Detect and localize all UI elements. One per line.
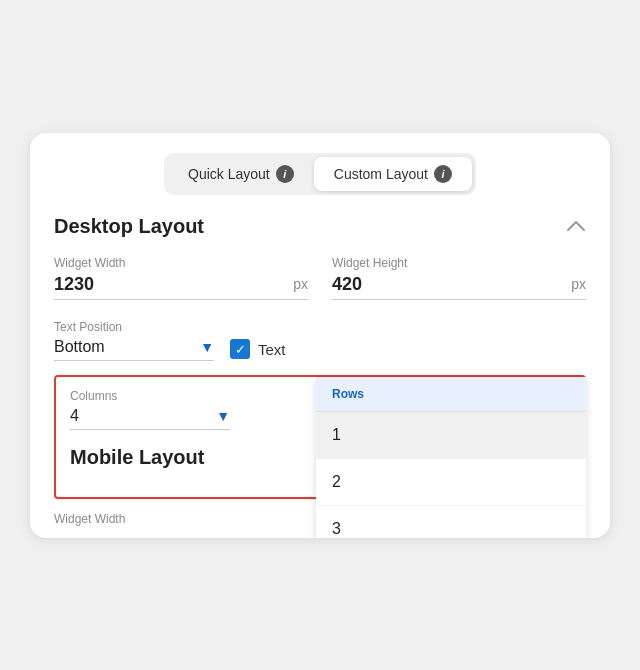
checkmark-icon: ✓	[235, 342, 246, 357]
dimensions-row: Widget Width px Widget Height px	[54, 256, 586, 300]
main-card: Quick Layout i Custom Layout i Desktop L…	[30, 133, 610, 538]
widget-width-group: Widget Width px	[54, 256, 308, 300]
columns-select-row[interactable]: 4 ▼	[70, 407, 230, 430]
columns-dropdown-arrow: ▼	[216, 408, 230, 424]
text-position-label: Text Position	[54, 320, 586, 334]
text-checkbox-label: Text	[258, 341, 286, 358]
widget-width-input-row: px	[54, 274, 308, 300]
rows-dropdown-header: Rows	[316, 377, 586, 412]
text-checkbox[interactable]: ✓	[230, 339, 250, 359]
widget-width-unit: px	[293, 276, 308, 292]
bottom-widget-width-label: Widget Width	[54, 512, 308, 526]
columns-rows-section: Columns 4 ▼ Rows 1 2 3 Mobile Layout	[54, 375, 586, 499]
text-position-value: Bottom	[54, 338, 194, 356]
quick-layout-info-icon[interactable]: i	[276, 165, 294, 183]
mobile-layout-title: Mobile Layout	[70, 446, 204, 468]
columns-field: Columns 4 ▼	[70, 389, 230, 430]
widget-width-input[interactable]	[54, 274, 287, 295]
widget-height-input-row: px	[332, 274, 586, 300]
widget-height-input[interactable]	[332, 274, 565, 295]
tab-custom-layout[interactable]: Custom Layout i	[314, 157, 472, 191]
rows-option-3[interactable]: 3	[316, 506, 586, 538]
text-position-row: Bottom ▼ ✓ Text	[54, 338, 586, 361]
rows-option-1[interactable]: 1	[316, 412, 586, 459]
text-checkbox-row: ✓ Text	[230, 339, 286, 359]
custom-layout-label: Custom Layout	[334, 166, 428, 182]
columns-value: 4	[70, 407, 208, 425]
custom-layout-info-icon[interactable]: i	[434, 165, 452, 183]
widget-height-group: Widget Height px	[332, 256, 586, 300]
rows-dropdown: Rows 1 2 3	[316, 377, 586, 538]
desktop-layout-header: Desktop Layout	[54, 215, 586, 238]
quick-layout-label: Quick Layout	[188, 166, 270, 182]
text-position-select[interactable]: Bottom ▼	[54, 338, 214, 361]
collapse-icon[interactable]	[566, 216, 586, 236]
text-position-dropdown-arrow: ▼	[200, 339, 214, 355]
text-position-section: Text Position Bottom ▼ ✓ Text	[54, 320, 586, 361]
tab-switcher: Quick Layout i Custom Layout i	[164, 153, 476, 195]
widget-height-unit: px	[571, 276, 586, 292]
desktop-layout-title: Desktop Layout	[54, 215, 204, 238]
columns-label: Columns	[70, 389, 230, 403]
widget-height-label: Widget Height	[332, 256, 586, 270]
tab-quick-layout[interactable]: Quick Layout i	[168, 157, 314, 191]
widget-width-label: Widget Width	[54, 256, 308, 270]
rows-option-2[interactable]: 2	[316, 459, 586, 506]
